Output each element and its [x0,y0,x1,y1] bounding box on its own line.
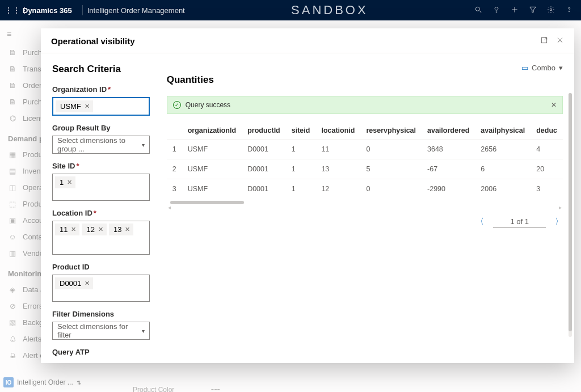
search-icon[interactable] [474,6,482,15]
remove-tag-icon[interactable]: ✕ [85,280,90,287]
filter-icon[interactable] [529,6,537,15]
col-header[interactable]: availordered [422,122,475,140]
query-atp-label: Query ATP [52,348,150,356]
cell: 5 [360,159,422,179]
tag-label: 13 [113,225,121,234]
org-id-label: Organization ID* [52,85,150,94]
svg-point-0 [475,7,479,11]
add-icon[interactable] [511,6,519,15]
cell: 13 [315,159,360,179]
scroll-thumb[interactable] [170,201,244,204]
expand-icon[interactable] [540,36,548,46]
site-id-input[interactable]: 1✕ [52,174,150,201]
quantities-grid: organizationId productId siteid location… [167,122,563,210]
grid-header-row: organizationId productId siteid location… [167,122,563,140]
status-text: Query success [186,101,230,109]
combo-toggle[interactable]: ▭ Combo ▾ [521,64,563,72]
cell: USMF [182,159,242,179]
col-header[interactable]: locationid [315,122,360,140]
cell: 3648 [422,140,475,159]
brand-label[interactable]: Dynamics 365 [23,6,72,15]
org-id-input[interactable]: USMF✕ [52,97,150,116]
remove-tag-icon[interactable]: ✕ [98,226,103,233]
remove-tag-icon[interactable]: ✕ [125,226,130,233]
table-row[interactable]: 3USMFD00011120-299020063 [167,179,563,199]
location-id-label: Location ID* [52,209,150,217]
pager-text: 1 of 1 [493,216,546,227]
site-id-label: Site ID* [52,162,150,170]
quantities-panel: ▭ Combo ▾ Quantities ✓ Query success ✕ o… [161,53,574,363]
table-row[interactable]: 2USMFD00011135-67620 [167,159,563,179]
gear-icon[interactable] [547,6,555,15]
group-by-select[interactable]: Select dimensions to group ... ▾ [52,136,150,154]
criteria-heading: Search Criteria [52,64,150,75]
remove-tag-icon[interactable]: ✕ [67,179,72,186]
module-label[interactable]: Intelligent Order Management [87,6,185,15]
product-id-input[interactable]: D0001✕ [52,275,150,302]
close-icon[interactable] [556,36,564,46]
tag[interactable]: D0001✕ [55,277,93,289]
divider [82,5,83,15]
table-row[interactable]: 1USMFD00011110364826564 [167,140,563,159]
cell: 1 [167,140,182,159]
cell: 1 [286,140,316,159]
svg-marker-7 [530,7,536,12]
tag-label: D0001 [60,279,81,288]
col-header[interactable]: productId [242,122,286,140]
col-header[interactable]: deduc [531,122,563,140]
topbar-icons [474,6,576,15]
quantities-heading: Quantities [167,74,563,86]
cell: 12 [315,179,360,199]
horizontal-scrollbar[interactable] [167,201,563,205]
next-page-icon[interactable]: 〉 [555,217,563,227]
select-placeholder: Select dimensions for filter [57,322,142,339]
success-icon: ✓ [173,101,181,109]
cell: D0001 [242,179,286,199]
cell: 2006 [475,179,531,199]
remove-tag-icon[interactable]: ✕ [71,226,76,233]
cell: -67 [422,159,475,179]
vertical-scrollbar[interactable] [569,93,572,337]
col-header[interactable]: organizationId [182,122,242,140]
dismiss-status-icon[interactable]: ✕ [551,101,557,109]
cell: USMF [182,140,242,159]
pager: 〈 1 of 1 〉 [167,216,563,227]
cell: 3 [167,179,182,199]
filter-dim-select[interactable]: Select dimensions for filter ▾ [52,322,150,340]
select-placeholder: Select dimensions to group ... [57,136,142,153]
combo-label: Combo [532,64,555,72]
product-id-label: Product ID [52,263,150,271]
cell: 6 [475,159,531,179]
col-header[interactable]: availphysical [475,122,531,140]
tag[interactable]: 13✕ [109,224,133,235]
cell: 3 [531,179,563,199]
scroll-thumb[interactable] [569,93,572,331]
cell: 1 [286,179,316,199]
tag[interactable]: 12✕ [82,224,106,235]
tag-label: 11 [60,225,68,234]
help-icon[interactable] [565,6,573,15]
filter-dim-label: Filter Dimensions [52,310,150,318]
modal-title: Operational visibility [51,36,135,46]
status-bar: ✓ Query success ✕ [167,96,563,114]
tag-label: 12 [86,225,94,234]
tag-label: 1 [60,178,64,187]
cell: 0 [360,179,422,199]
remove-tag-icon[interactable]: ✕ [85,103,90,110]
col-header[interactable]: siteid [286,122,316,140]
tag[interactable]: 1✕ [55,176,75,188]
cell: 4 [531,140,563,159]
cell: USMF [182,179,242,199]
tag[interactable]: USMF✕ [56,100,93,112]
cell: 2656 [475,140,531,159]
prev-page-icon[interactable]: 〈 [476,217,484,227]
chevron-down-icon: ▾ [142,142,145,148]
col-header[interactable] [167,122,182,140]
location-id-input[interactable]: 11✕ 12✕ 13✕ [52,221,150,255]
tag[interactable]: 11✕ [55,224,79,235]
bulb-icon[interactable] [492,6,500,15]
cell: D0001 [242,159,286,179]
col-header[interactable]: reservphysical [360,122,422,140]
waffle-icon[interactable]: ⋮⋮⋮ [5,6,20,15]
combo-icon: ▭ [521,64,528,72]
